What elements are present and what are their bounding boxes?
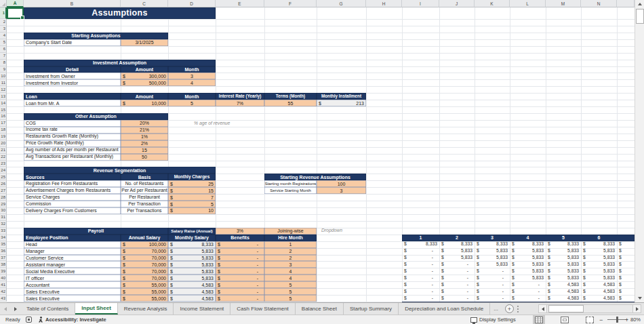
- row-header-34[interactable]: 34: [0, 235, 7, 241]
- schedule-cell[interactable]: $-: [510, 295, 546, 302]
- schedule-cell[interactable]: $5,833: [581, 261, 617, 268]
- employee-position-cell[interactable]: Accountant: [24, 281, 121, 288]
- label-cell[interactable]: Income tax rate: [24, 127, 121, 134]
- schedule-cell[interactable]: $-: [402, 295, 439, 302]
- sheet-tab-input-sheet[interactable]: Input Sheet: [75, 303, 118, 315]
- label-cell[interactable]: COS: [24, 120, 121, 127]
- input-cell[interactable]: 2: [264, 255, 317, 262]
- tab-overflow-indicator[interactable]: ...: [490, 303, 502, 315]
- zoom-thumb[interactable]: [616, 317, 618, 323]
- col-header-hire-month[interactable]: Hire Month: [264, 235, 317, 241]
- schedule-cell[interactable]: $8,333: [510, 241, 546, 248]
- starting-assumptions-header[interactable]: Starting Assumptions: [24, 33, 168, 39]
- view-page-break-button[interactable]: [584, 315, 596, 324]
- column-header-l[interactable]: L: [510, 0, 546, 7]
- label-cell[interactable]: Registration Fee From Restaurants: [24, 180, 121, 187]
- input-cell[interactable]: $-: [216, 255, 264, 262]
- schedule-cell[interactable]: $5,833: [510, 255, 546, 262]
- schedule-cell[interactable]: $-: [510, 288, 546, 295]
- input-cell[interactable]: $-: [216, 261, 264, 268]
- calculated-cell[interactable]: $4,583: [168, 281, 216, 288]
- scroll-right-button[interactable]: [632, 304, 641, 313]
- input-cell[interactable]: 2: [264, 248, 317, 255]
- calculated-cell[interactable]: $5,833: [168, 261, 216, 268]
- schedule-cell[interactable]: $5,833: [546, 248, 581, 255]
- schedule-cell[interactable]: $5,833: [510, 275, 546, 281]
- input-cell[interactable]: $55,000: [121, 288, 168, 295]
- schedule-cell[interactable]: $-: [402, 248, 439, 255]
- schedule-cell-partial[interactable]: $: [617, 281, 635, 288]
- input-cell[interactable]: 4: [264, 275, 317, 281]
- input-cell[interactable]: $500,000: [121, 79, 168, 86]
- col-header-detail[interactable]: Detail: [24, 66, 121, 73]
- col-header-sources[interactable]: Sources: [24, 174, 121, 180]
- employee-position-cell[interactable]: Sales Executive: [24, 288, 121, 295]
- col-header-monthly-salary[interactable]: Monthly Salary: [168, 235, 216, 241]
- schedule-cell-partial[interactable]: $: [617, 241, 635, 248]
- salary-raise-input[interactable]: 3%: [216, 228, 264, 235]
- column-header-c[interactable]: C: [121, 0, 168, 7]
- input-cell[interactable]: $-: [216, 248, 264, 255]
- row-header-27[interactable]: 27: [0, 187, 7, 194]
- benefits-mode-dropdown[interactable]: Joining-wise: [264, 228, 317, 235]
- input-cell[interactable]: $15: [168, 187, 216, 194]
- schedule-cell[interactable]: $-: [402, 281, 439, 288]
- input-cell[interactable]: 3: [317, 187, 366, 194]
- input-cell[interactable]: $300,000: [121, 73, 168, 79]
- column-header-h[interactable]: H: [366, 0, 402, 7]
- label-cell[interactable]: Commission: [24, 201, 121, 207]
- input-cell[interactable]: 1: [264, 241, 317, 248]
- row-header-26[interactable]: 26: [0, 180, 7, 187]
- basis-cell[interactable]: Per Transactions: [121, 207, 168, 214]
- row-header-21[interactable]: 21: [0, 147, 7, 154]
- col-header-installment[interactable]: Monthly Installment: [317, 93, 366, 100]
- loan-header[interactable]: Loan: [24, 93, 121, 100]
- selection-a1[interactable]: [7, 7, 24, 19]
- input-cell[interactable]: 100: [317, 180, 366, 187]
- employee-position-cell[interactable]: Assistant manager: [24, 261, 121, 268]
- col-header-month[interactable]: Month: [168, 93, 216, 100]
- month-header[interactable]: 1: [402, 235, 439, 241]
- row-header-41[interactable]: 41: [0, 281, 7, 288]
- schedule-cell[interactable]: $-: [402, 261, 439, 268]
- column-header-partial[interactable]: [617, 0, 635, 7]
- view-normal-button[interactable]: [533, 315, 545, 324]
- schedule-cell[interactable]: $-: [402, 268, 439, 275]
- schedule-cell[interactable]: $5,833: [439, 255, 475, 262]
- schedule-cell[interactable]: $-: [510, 281, 546, 288]
- month-header[interactable]: 4: [510, 235, 546, 241]
- label-cell[interactable]: Loan from Mr. A: [24, 100, 121, 106]
- input-cell[interactable]: $-: [216, 281, 264, 288]
- select-all-corner[interactable]: [0, 0, 7, 7]
- new-sheet-button[interactable]: +: [505, 304, 514, 313]
- vertical-scrollbar[interactable]: [635, 0, 644, 302]
- row-header-28[interactable]: 28: [0, 194, 7, 201]
- scroll-down-button[interactable]: [635, 294, 644, 302]
- col-header-annual-salary[interactable]: Annual Salary: [121, 235, 168, 241]
- column-header-f[interactable]: F: [264, 0, 317, 7]
- input-cell[interactable]: $5: [168, 201, 216, 207]
- input-cell[interactable]: 5: [264, 288, 317, 295]
- schedule-cell[interactable]: $4,583: [546, 295, 581, 302]
- schedule-cell[interactable]: $-: [475, 288, 510, 295]
- column-header-m[interactable]: M: [546, 0, 581, 7]
- schedule-cell[interactable]: $-: [439, 281, 475, 288]
- column-header-j[interactable]: J: [439, 0, 475, 7]
- employee-position-cell[interactable]: Head: [24, 241, 121, 248]
- schedule-cell[interactable]: $5,833: [581, 268, 617, 275]
- schedule-cell[interactable]: $-: [402, 255, 439, 262]
- col-header-terms[interactable]: Terms (Month): [264, 93, 317, 100]
- input-cell[interactable]: 20%: [121, 120, 168, 127]
- input-cell[interactable]: $55,000: [121, 295, 168, 302]
- starting-revenue-header[interactable]: Starting Revenue Assumptions: [264, 174, 366, 180]
- input-cell[interactable]: $10: [168, 207, 216, 214]
- row-header-37[interactable]: 37: [0, 255, 7, 262]
- label-cell[interactable]: Service Starting Month: [264, 187, 317, 194]
- label-cell[interactable]: Delivery Charges From Customers: [24, 207, 121, 214]
- input-cell[interactable]: 5: [168, 100, 216, 106]
- schedule-cell[interactable]: $5,833: [475, 255, 510, 262]
- schedule-cell[interactable]: $8,333: [439, 241, 475, 248]
- zoom-level[interactable]: 80%: [630, 315, 641, 324]
- horizontal-scroll-track[interactable]: [547, 304, 632, 313]
- input-cell[interactable]: $70,000: [121, 248, 168, 255]
